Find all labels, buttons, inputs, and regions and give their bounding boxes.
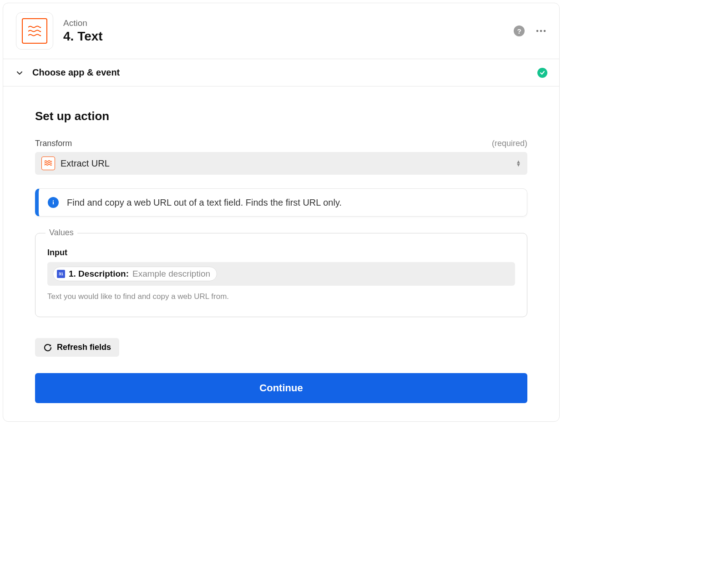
mapped-field-pill[interactable]: 31 1. Description: Example description [53,267,217,281]
action-card: Action 4. Text ? Choose app & event Set … [3,3,560,422]
values-fieldset: Values Input 31 1. Description: Example … [35,233,527,317]
pill-field-value: Example description [132,269,210,279]
refresh-fields-button[interactable]: Refresh fields [35,338,119,357]
header-text: Action 4. Text [63,18,504,44]
continue-button[interactable]: Continue [35,373,527,403]
step-title: 4. Text [63,29,504,44]
transform-select[interactable]: Extract URL ▲▼ [35,152,527,175]
values-legend: Values [46,228,77,238]
chevron-down-icon [15,68,24,77]
info-text: Find and copy a web URL out of a text fi… [67,197,342,208]
input-field[interactable]: 31 1. Description: Example description [47,262,515,286]
svg-point-2 [544,30,546,32]
svg-point-1 [540,30,542,32]
transform-label: Transform [35,139,72,148]
section-heading: Set up action [35,109,527,123]
card-header: Action 4. Text ? [3,3,559,59]
select-arrows-icon: ▲▼ [516,160,521,167]
header-actions: ? [514,25,546,36]
refresh-icon [43,343,52,352]
help-icon[interactable]: ? [514,25,525,36]
formatter-icon-small [41,157,55,170]
svg-point-0 [536,30,539,32]
info-icon: i [48,197,59,208]
app-icon [16,12,53,50]
calendar-icon: 31 [57,270,65,278]
transform-field-row: Transform (required) [35,139,527,148]
choose-app-event-row[interactable]: Choose app & event [3,59,559,86]
section-label: Choose app & event [32,67,529,78]
setup-body: Set up action Transform (required) Extra… [3,86,559,421]
transform-value: Extract URL [61,158,511,169]
pill-field-name: 1. Description: [69,269,129,279]
status-complete-icon [537,68,547,78]
more-menu-icon[interactable] [536,25,546,36]
formatter-icon [22,18,47,44]
info-box: i Find and copy a web URL out of a text … [35,188,527,217]
input-label: Input [47,248,515,258]
step-type-label: Action [63,18,504,28]
refresh-label: Refresh fields [57,343,111,352]
input-help-text: Text you would like to find and copy a w… [47,292,515,301]
required-label: (required) [492,139,527,148]
